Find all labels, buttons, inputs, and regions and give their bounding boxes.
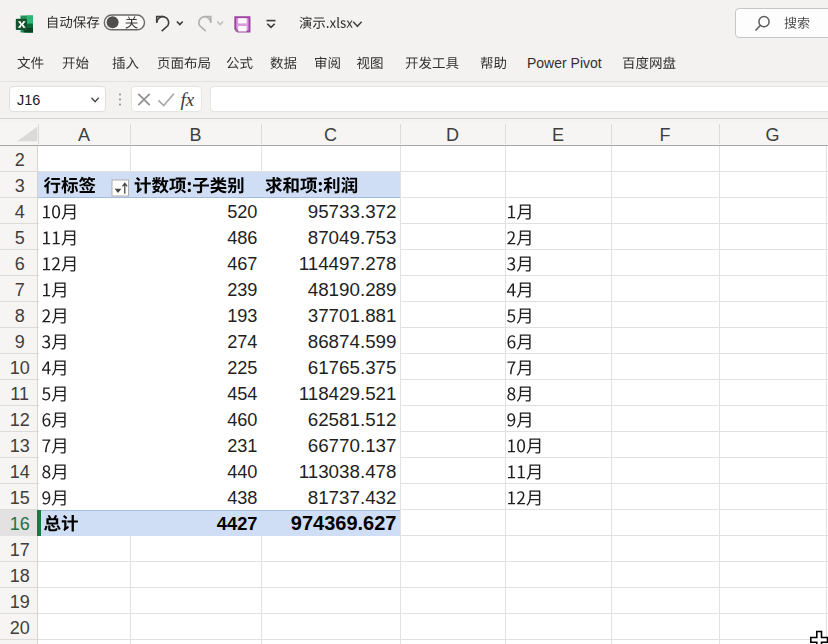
svg-text:13: 13 xyxy=(10,436,30,456)
svg-text:15: 15 xyxy=(10,488,30,508)
svg-text:486: 486 xyxy=(227,228,257,248)
svg-text:2: 2 xyxy=(15,150,25,170)
svg-text:4: 4 xyxy=(15,202,25,222)
svg-text:fx: fx xyxy=(181,89,195,110)
svg-text:454: 454 xyxy=(227,384,257,404)
svg-text:18: 18 xyxy=(10,566,30,586)
svg-text:17: 17 xyxy=(10,540,30,560)
svg-text:48190.289: 48190.289 xyxy=(308,279,397,300)
svg-text:87049.753: 87049.753 xyxy=(308,227,397,248)
svg-text:225: 225 xyxy=(227,358,257,378)
svg-text:66770.137: 66770.137 xyxy=(308,435,397,456)
svg-text:Power Pivot: Power Pivot xyxy=(527,55,602,71)
svg-text:5: 5 xyxy=(15,228,25,248)
svg-text:B: B xyxy=(189,125,201,145)
svg-text:467: 467 xyxy=(227,254,257,274)
svg-text:F: F xyxy=(660,125,671,145)
svg-text:9: 9 xyxy=(15,332,25,352)
svg-text:239: 239 xyxy=(227,280,257,300)
svg-text:62581.512: 62581.512 xyxy=(308,409,397,430)
svg-text:11: 11 xyxy=(10,384,29,404)
svg-text:86874.599: 86874.599 xyxy=(308,331,397,352)
svg-text:G: G xyxy=(765,125,779,145)
svg-text:20: 20 xyxy=(10,618,30,638)
svg-text:95733.372: 95733.372 xyxy=(308,201,397,222)
svg-text:4427: 4427 xyxy=(217,513,258,534)
svg-text:193: 193 xyxy=(227,306,257,326)
svg-text:C: C xyxy=(324,125,337,145)
svg-text:81737.432: 81737.432 xyxy=(308,487,397,508)
svg-text:118429.521: 118429.521 xyxy=(299,383,397,404)
svg-text:460: 460 xyxy=(227,410,257,430)
svg-text:8: 8 xyxy=(15,306,25,326)
svg-text:113038.478: 113038.478 xyxy=(299,461,397,482)
svg-text:3: 3 xyxy=(15,176,25,196)
svg-text:7: 7 xyxy=(15,280,25,300)
svg-text:E: E xyxy=(552,125,564,145)
svg-text:61765.375: 61765.375 xyxy=(308,357,397,378)
svg-text:12: 12 xyxy=(10,410,30,430)
svg-text:14: 14 xyxy=(10,462,30,482)
svg-text:D: D xyxy=(446,125,459,145)
svg-text:6: 6 xyxy=(15,254,25,274)
svg-text:10: 10 xyxy=(10,358,30,378)
svg-text:16: 16 xyxy=(10,514,30,534)
svg-text:231: 231 xyxy=(227,436,257,456)
svg-text:520: 520 xyxy=(227,202,257,222)
svg-text:114497.278: 114497.278 xyxy=(299,253,397,274)
svg-text:37701.881: 37701.881 xyxy=(308,305,397,326)
svg-text:974369.627: 974369.627 xyxy=(291,512,397,534)
svg-text:J16: J16 xyxy=(17,92,40,108)
svg-text:274: 274 xyxy=(227,332,257,352)
svg-text:438: 438 xyxy=(227,488,257,508)
svg-text:A: A xyxy=(78,125,90,145)
svg-text:440: 440 xyxy=(227,462,257,482)
svg-text:19: 19 xyxy=(10,592,30,612)
